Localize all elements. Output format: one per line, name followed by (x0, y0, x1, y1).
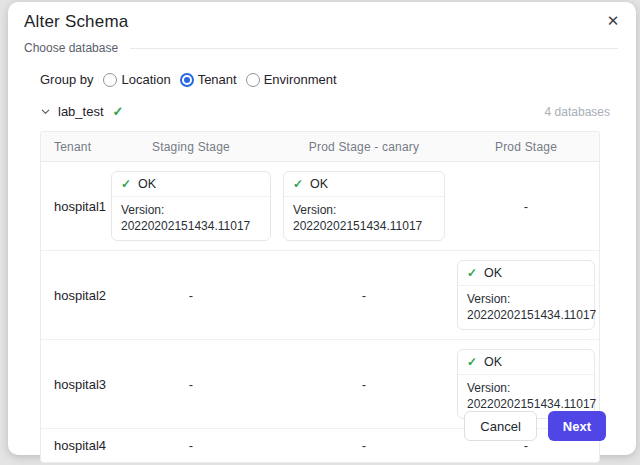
version-label: Version: (467, 380, 585, 396)
radio-environment-label: Environment (264, 72, 337, 87)
empty-cell-dash: - (362, 288, 366, 303)
empty-cell-dash: - (362, 438, 366, 453)
version-label: Version: (121, 202, 261, 218)
radio-location-label: Location (121, 72, 170, 87)
version-label: Version: (293, 202, 435, 218)
radio-tenant[interactable]: Tenant (180, 72, 237, 87)
close-icon[interactable]: ✕ (602, 10, 624, 32)
radio-environment[interactable]: Environment (246, 72, 337, 87)
check-icon: ✓ (121, 176, 131, 192)
cell-prod: - (451, 199, 600, 214)
status-label: OK (484, 354, 502, 370)
radio-circle-location[interactable] (103, 73, 117, 87)
tenant-name: hospital2 (41, 288, 105, 303)
group-by-row: Group by Location Tenant Environment (40, 72, 610, 87)
status-label: OK (484, 265, 502, 281)
tenant-name: hospital1 (41, 199, 105, 214)
status-label: OK (310, 176, 328, 192)
table-row: hospital2 - - ✓ OK Version: 2 (41, 251, 599, 340)
status-card: ✓ OK Version: 20220202151434.11017 (457, 260, 595, 330)
dialog-footer: Cancel Next (464, 411, 606, 441)
cancel-button[interactable]: Cancel (464, 411, 536, 441)
version-label: Version: (467, 291, 585, 307)
radio-location[interactable]: Location (103, 72, 170, 87)
version-value: 20220202151434.11017 (467, 396, 585, 412)
cell-prod-canary: ✓ OK Version: 20220202151434.11017 (277, 171, 451, 241)
database-name[interactable]: lab_test (58, 104, 104, 119)
cell-prod-canary: - (277, 438, 451, 453)
subtitle-row: Choose database (24, 41, 620, 55)
cell-prod: ✓ OK Version: 20220202151434.11017 (451, 260, 600, 330)
status-card: ✓ OK Version: 20220202151434.11017 (457, 349, 595, 419)
tenant-name: hospital3 (41, 377, 105, 392)
check-icon: ✓ (467, 354, 477, 370)
cell-staging: - (105, 288, 277, 303)
empty-cell-dash: - (524, 199, 528, 214)
dialog-subtitle: Choose database (24, 41, 118, 55)
cell-prod: ✓ OK Version: 20220202151434.11017 (451, 349, 600, 419)
status-card-body: Version: 20220202151434.11017 (112, 197, 270, 240)
empty-cell-dash: - (362, 377, 366, 392)
radio-tenant-label: Tenant (198, 72, 237, 87)
next-button[interactable]: Next (548, 411, 606, 441)
radio-circle-environment[interactable] (246, 73, 260, 87)
radio-circle-tenant[interactable] (180, 73, 194, 87)
check-icon: ✓ (293, 176, 303, 192)
dialog-header: Alter Schema ✕ Choose database (8, 2, 636, 55)
empty-cell-dash: - (189, 438, 193, 453)
status-card: ✓ OK Version: 20220202151434.11017 (283, 171, 445, 241)
status-card: ✓ OK Version: 20220202151434.11017 (111, 171, 271, 241)
cell-staging: ✓ OK Version: 20220202151434.11017 (105, 171, 277, 241)
database-section-header: lab_test ✓ 4 databases (40, 104, 610, 119)
status-card-header: ✓ OK (458, 350, 594, 375)
status-card-body: Version: 20220202151434.11017 (458, 286, 594, 329)
cell-prod-canary: - (277, 377, 451, 392)
status-card-header: ✓ OK (284, 172, 444, 197)
cell-staging: - (105, 377, 277, 392)
status-label: OK (138, 176, 156, 192)
empty-cell-dash: - (189, 288, 193, 303)
check-icon: ✓ (467, 265, 477, 281)
version-value: 20220202151434.11017 (121, 218, 261, 234)
status-card-body: Version: 20220202151434.11017 (284, 197, 444, 240)
empty-cell-dash: - (189, 377, 193, 392)
chevron-down-icon[interactable] (40, 106, 52, 118)
status-card-header: ✓ OK (458, 261, 594, 286)
tenant-name: hospital4 (41, 438, 105, 453)
column-header-prod-stage-canary: Prod Stage - canary (277, 140, 451, 154)
table-row: hospital1 ✓ OK Version: 20220202151434.1… (41, 162, 599, 251)
column-header-staging-stage: Staging Stage (105, 140, 277, 154)
subtitle-divider (130, 48, 618, 49)
cell-prod-canary: - (277, 288, 451, 303)
cell-staging: - (105, 438, 277, 453)
column-header-tenant: Tenant (41, 140, 105, 154)
status-card-header: ✓ OK (112, 172, 270, 197)
database-count: 4 databases (545, 105, 610, 119)
alter-schema-dialog: Alter Schema ✕ Choose database Group by … (8, 2, 636, 455)
group-by-label: Group by (40, 72, 93, 87)
check-icon: ✓ (113, 104, 124, 119)
dialog-title: Alter Schema (24, 12, 620, 32)
column-header-prod-stage: Prod Stage (451, 140, 600, 154)
version-value: 20220202151434.11017 (293, 218, 435, 234)
table-header-row: Tenant Staging Stage Prod Stage - canary… (41, 132, 599, 162)
dialog-body: Group by Location Tenant Environment lab… (8, 72, 636, 463)
version-value: 20220202151434.11017 (467, 307, 585, 323)
